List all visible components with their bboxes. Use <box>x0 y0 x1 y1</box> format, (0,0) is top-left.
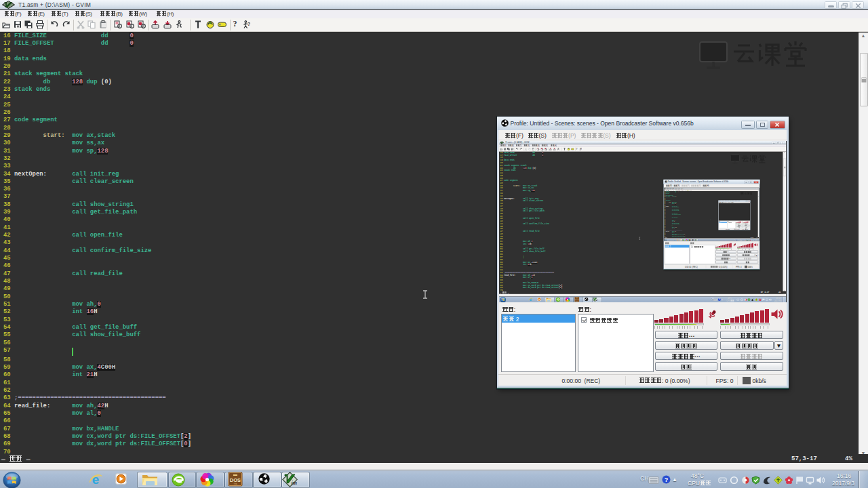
svg-text:?: ? <box>581 148 582 150</box>
svg-text:e: e <box>675 239 676 241</box>
svg-text:?: ? <box>247 21 250 27</box>
svg-text:?: ? <box>664 476 668 483</box>
svg-text::\>: :\> <box>233 483 237 486</box>
svg-text:im: im <box>292 480 297 486</box>
svg-text:e: e <box>92 472 100 487</box>
svg-text:im: im <box>595 300 597 302</box>
